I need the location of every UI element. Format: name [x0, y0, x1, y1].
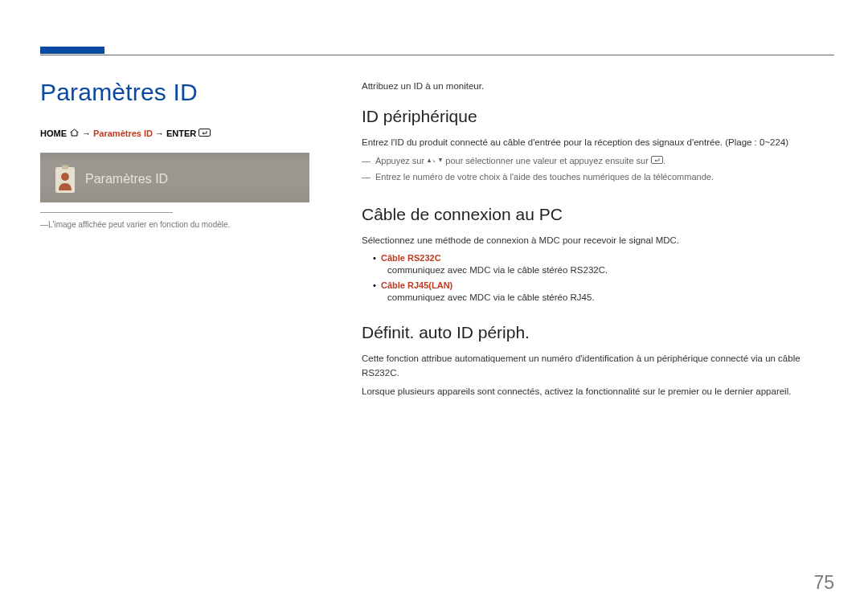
breadcrumb-arrow-1: →: [82, 129, 91, 138]
enter-icon: [199, 129, 211, 138]
sidebar-note: ―L'image affichée peut varier en fonctio…: [40, 220, 309, 229]
page-number: 75: [813, 572, 834, 594]
up-down-arrows-icon: [427, 154, 443, 168]
main-content: Attribuez un ID à un moniteur. ID périph…: [362, 81, 834, 420]
breadcrumb: HOME → Paramètres ID → ENTER: [40, 129, 309, 138]
pc-cable-desc: Sélectionnez une méthode de connexion à …: [362, 234, 834, 248]
heading-auto-id: Définit. auto ID périph.: [362, 323, 834, 342]
svg-point-3: [61, 173, 69, 181]
breadcrumb-current: Paramètres ID: [93, 129, 153, 138]
bullet-desc-rj45: communiquez avec MDC via le câble stéréo…: [362, 292, 834, 302]
ui-preview-card: Paramètres ID: [40, 153, 309, 202]
device-id-hint-2: ― Entrez le numéro de votre choix à l'ai…: [362, 170, 834, 184]
section-device-id: ID périphérique Entrez l'ID du produit c…: [362, 107, 834, 184]
list-item: • Câble RS232C communiquez avec MDC via …: [362, 253, 834, 275]
device-id-desc: Entrez l'ID du produit connecté au câble…: [362, 136, 834, 150]
breadcrumb-enter: ENTER: [166, 129, 196, 138]
header-rule: [40, 55, 834, 55]
page-title: Paramètres ID: [40, 79, 309, 106]
hint1-part-c: .: [663, 156, 665, 166]
ui-preview-label: Paramètres ID: [85, 172, 168, 186]
breadcrumb-home: HOME: [40, 129, 67, 138]
hint1-part-b: pour sélectionner une valeur et appuyez …: [445, 156, 649, 166]
bullet-label-rs232c: Câble RS232C: [381, 253, 441, 263]
section-pc-cable: Câble de connexion au PC Sélectionnez un…: [362, 205, 834, 302]
svg-rect-2: [62, 166, 68, 170]
list-item: • Câble RJ45(LAN) communiquez avec MDC v…: [362, 280, 834, 302]
header-accent-bar: [40, 47, 104, 54]
enter-small-icon: [651, 154, 663, 168]
breadcrumb-arrow-2: →: [155, 129, 164, 138]
device-id-hint-1: ― Appuyez sur pour sélectionner une vale…: [362, 154, 834, 169]
auto-id-desc-1: Cette fonction attribue automatiquement …: [362, 352, 834, 381]
heading-pc-cable: Câble de connexion au PC: [362, 205, 834, 224]
sidebar-rule: [40, 212, 173, 213]
bullet-label-rj45: Câble RJ45(LAN): [381, 280, 452, 290]
sidebar-note-text: L'image affichée peut varier en fonction…: [48, 220, 230, 229]
bullet-desc-rs232c: communiquez avec MDC via le câble stéréo…: [362, 265, 834, 275]
heading-device-id: ID périphérique: [362, 107, 834, 126]
svg-rect-4: [651, 157, 662, 164]
section-auto-id: Définit. auto ID périph. Cette fonction …: [362, 323, 834, 398]
auto-id-desc-2: Lorsque plusieurs appareils sont connect…: [362, 385, 834, 399]
hint2-text: Entrez le numéro de votre choix à l'aide…: [375, 170, 714, 184]
home-icon: [69, 129, 80, 138]
hint1-part-a: Appuyez sur: [375, 156, 424, 166]
svg-rect-0: [199, 129, 211, 137]
sidebar: Paramètres ID HOME → Paramètres ID → ENT…: [40, 79, 309, 229]
id-badge-icon: [55, 165, 76, 194]
intro-text: Attribuez un ID à un moniteur.: [362, 81, 834, 91]
